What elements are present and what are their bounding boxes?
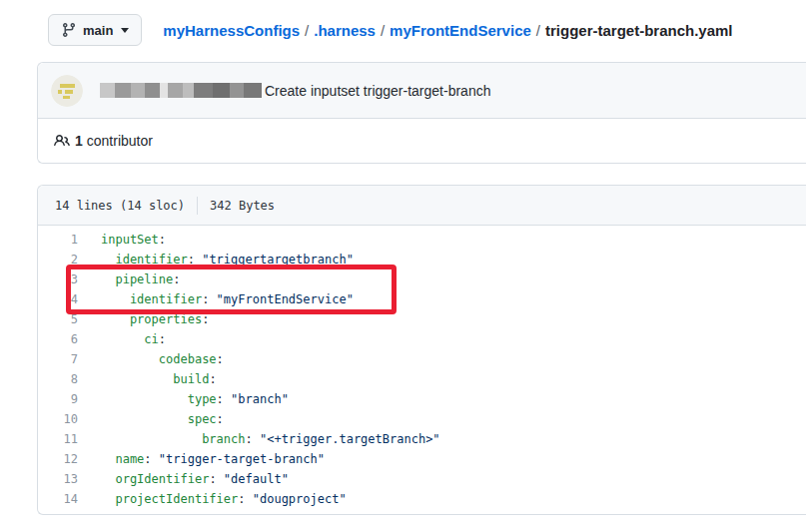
line-number[interactable]: 2 [38,250,78,269]
line-number[interactable]: 11 [38,429,78,449]
code-line: 6 ci: [38,329,806,349]
code-line: 10 spec: [38,409,806,429]
line-number[interactable]: 14 [38,489,78,509]
line-number[interactable]: 10 [38,409,78,429]
code-line: 14 projectIdentifier: "dougproject" [38,489,806,509]
breadcrumb-separator: / [376,22,390,39]
file-size-info: 342 Bytes [210,199,275,213]
line-number[interactable]: 13 [38,469,78,489]
file-info-header: 14 lines (14 sloc) 342 Bytes [38,186,806,226]
code-lines: 1inputSet:2 identifier: "triggertargetbr… [38,230,806,509]
code-line-content: projectIdentifier: "dougproject" [78,489,347,509]
line-number[interactable]: 4 [38,289,78,309]
code-line: 11 branch: "<+trigger.targetBranch>" [38,429,806,449]
file-info-divider [197,197,198,215]
code-line-content: codebase: [78,349,224,369]
line-number[interactable]: 6 [38,329,78,349]
line-number[interactable]: 12 [38,449,78,469]
code-line: 5 properties: [38,309,806,329]
breadcrumb-dir-link-harness[interactable]: .harness [314,22,376,39]
code-line-content: identifier: "triggertargetbranch" [78,250,354,269]
identicon-avatar [51,75,83,107]
code-line-content: type: "branch" [78,389,289,409]
code-line: 3 pipeline: [38,269,806,289]
breadcrumb-separator: / [300,22,314,39]
file-lines-info: 14 lines (14 sloc) [55,199,185,213]
branch-selector-button[interactable]: main [48,14,142,46]
avatar[interactable] [51,75,83,107]
code-line: 4 identifier: "myFrontEndService" [38,289,806,309]
breadcrumb-dir-link-service[interactable]: myFrontEndService [390,22,531,39]
code-line: 8 build: [38,369,806,389]
chevron-down-icon [121,28,129,33]
code-viewer: 1inputSet:2 identifier: "triggertargetbr… [38,226,806,514]
file-path-bar: main myHarnessConfigs/.harness/myFrontEn… [48,14,733,46]
line-number[interactable]: 7 [38,349,78,369]
people-icon [54,133,70,149]
code-line: 12 name: "trigger-target-branch" [38,449,806,469]
commit-message-link[interactable]: Create inputset trigger-target-branch [265,83,490,99]
line-number[interactable]: 5 [38,309,78,329]
code-line-content: branch: "<+trigger.targetBranch>" [78,429,440,449]
code-line: 13 orgIdentifier: "default" [38,469,806,489]
code-line-content: properties: [78,309,209,329]
code-line-content: spec: [78,409,224,429]
line-number[interactable]: 1 [38,230,78,250]
commit-header: Create inputset trigger-target-branch [38,63,806,119]
code-line-content: inputSet: [78,230,166,250]
line-number[interactable]: 8 [38,369,78,389]
code-line-content: name: "trigger-target-branch" [78,449,325,469]
breadcrumb-repo-link[interactable]: myHarnessConfigs [163,22,300,39]
code-line-content: identifier: "myFrontEndService" [78,289,354,309]
line-number[interactable]: 9 [38,389,78,409]
contributors-link[interactable]: 1 contributor [38,119,806,163]
code-line-content: ci: [78,329,166,349]
latest-commit-box: Create inputset trigger-target-branch 1 … [37,62,806,164]
git-branch-icon [61,22,77,38]
contributor-label: contributor [87,133,153,149]
breadcrumb-separator: / [531,22,545,39]
code-line-content: pipeline: [78,269,180,289]
code-line-content: orgIdentifier: "default" [78,469,289,489]
branch-name: main [83,23,113,38]
code-line: 7 codebase: [38,349,806,369]
commit-author-redacted [100,83,262,98]
code-line-content: build: [78,369,217,389]
contributor-count: 1 [75,133,83,149]
file-content-box: 14 lines (14 sloc) 342 Bytes 1inputSet:2… [37,185,806,515]
code-line: 9 type: "branch" [38,389,806,409]
line-number[interactable]: 3 [38,269,78,289]
breadcrumb: myHarnessConfigs/.harness/myFrontEndServ… [163,22,732,39]
breadcrumb-current-file: trigger-target-branch.yaml [545,22,733,39]
code-line: 1inputSet: [38,230,806,250]
code-line: 2 identifier: "triggertargetbranch" [38,250,806,269]
